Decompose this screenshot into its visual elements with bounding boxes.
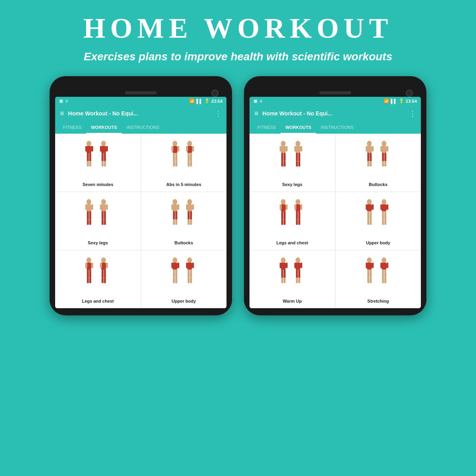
svg-rect-75 <box>106 263 108 268</box>
phone-1-appbar: ≡ Home Workout - No Equi... ⋮ <box>55 105 226 122</box>
figure-buttocks-1 <box>166 198 202 237</box>
workout-legs-chest-2[interactable]: Legs and chest <box>250 192 335 250</box>
svg-point-88 <box>187 257 192 263</box>
svg-rect-119 <box>370 161 372 167</box>
battery-icon: 🔋 <box>204 98 210 104</box>
svg-rect-134 <box>281 219 283 225</box>
svg-rect-27 <box>192 146 194 152</box>
figure-stretching <box>360 256 396 296</box>
svg-rect-182 <box>367 278 369 283</box>
svg-rect-14 <box>102 161 104 167</box>
phone-1-screen: ▣ # 📶 ▌▌ 🔋 23:54 ≡ Home Workout - No Equ… <box>55 97 226 308</box>
svg-rect-149 <box>370 211 372 220</box>
more-icon[interactable]: ⋮ <box>215 109 222 118</box>
hamburger-icon[interactable]: ≡ <box>60 109 64 118</box>
svg-rect-106 <box>294 146 296 152</box>
figure-upper-body-1 <box>166 256 202 296</box>
workout-name-sexy-legs-2: Sexy legs <box>282 182 302 187</box>
hamburger-icon-2[interactable]: ≡ <box>254 109 259 118</box>
svg-point-160 <box>281 257 286 263</box>
tab-fitness-2[interactable]: FITNESS <box>253 122 280 134</box>
svg-rect-47 <box>104 219 106 225</box>
svg-rect-151 <box>370 219 372 225</box>
svg-rect-102 <box>281 161 283 167</box>
svg-point-144 <box>367 199 372 205</box>
svg-point-136 <box>296 199 300 205</box>
svg-rect-83 <box>177 263 179 268</box>
svg-point-24 <box>187 141 192 146</box>
svg-rect-53 <box>175 211 177 220</box>
workout-upper-body-1[interactable]: Upper body <box>141 250 227 308</box>
svg-rect-130 <box>280 204 282 210</box>
svg-rect-74 <box>100 263 102 268</box>
svg-rect-165 <box>284 269 286 278</box>
tab-instructions-2[interactable]: INSTRUCTIONS <box>316 122 359 134</box>
svg-rect-139 <box>300 204 302 210</box>
svg-rect-78 <box>102 278 104 283</box>
figure-sexy-legs-1 <box>80 198 116 237</box>
svg-rect-142 <box>296 219 298 225</box>
svg-rect-19 <box>177 146 179 152</box>
workout-upper-body-2[interactable]: Upper body <box>336 192 421 250</box>
workout-name-buttocks-1: Buttocks <box>175 240 193 245</box>
phone-1-top-deco <box>55 83 226 95</box>
workout-buttocks-1[interactable]: Buttocks <box>141 192 227 250</box>
svg-rect-109 <box>298 153 300 161</box>
svg-rect-183 <box>370 278 372 283</box>
workout-name-abs: Abs in 5 minutes <box>166 182 201 187</box>
svg-rect-174 <box>296 278 298 283</box>
workout-name-buttocks-2: Buttocks <box>369 182 388 187</box>
svg-rect-60 <box>188 211 190 220</box>
workout-sexy-legs-2[interactable]: Sexy legs <box>250 134 335 192</box>
svg-rect-87 <box>175 278 177 283</box>
workout-warm-up[interactable]: Warm Up <box>250 250 335 308</box>
phone-1-camera <box>211 90 219 97</box>
more-icon-2[interactable]: ⋮ <box>409 109 416 118</box>
svg-rect-138 <box>294 204 296 210</box>
workout-sexy-legs-1[interactable]: Sexy legs <box>55 192 141 250</box>
svg-point-184 <box>382 257 386 263</box>
svg-rect-127 <box>384 161 386 167</box>
figure-upper-body-2 <box>360 198 396 237</box>
workout-abs[interactable]: Abs in 5 minutes <box>141 134 227 192</box>
signal-icon: ▌▌ <box>196 99 203 104</box>
svg-rect-26 <box>186 146 188 152</box>
phone-1-speaker <box>125 91 157 94</box>
svg-rect-36 <box>87 211 89 220</box>
phone-2-screen: ▣ # 📶 ▌▌ 🔋 23:54 ≡ Home Workout - No Equ… <box>250 97 421 308</box>
svg-rect-118 <box>367 161 369 167</box>
svg-rect-54 <box>173 219 175 225</box>
tab-fitness-1[interactable]: FITNESS <box>58 122 86 134</box>
workout-seven-minutes[interactable]: Seven minutes <box>55 134 141 192</box>
phone-2-camera <box>406 90 413 97</box>
svg-point-96 <box>281 141 286 146</box>
svg-rect-6 <box>87 161 89 167</box>
svg-rect-67 <box>91 263 93 268</box>
svg-rect-37 <box>89 211 91 220</box>
svg-rect-187 <box>386 263 388 268</box>
status-icon-1: ▣ <box>59 98 63 104</box>
tab-workouts-2[interactable]: WORKOUTS <box>280 122 316 134</box>
workout-stretching[interactable]: Stretching <box>336 250 421 308</box>
svg-rect-116 <box>367 153 369 161</box>
svg-rect-101 <box>284 153 286 161</box>
svg-rect-2 <box>85 146 87 152</box>
tab-instructions-1[interactable]: INSTRUCTIONS <box>122 122 164 134</box>
svg-rect-103 <box>284 161 286 167</box>
svg-point-16 <box>173 141 177 146</box>
workout-legs-chest-1[interactable]: Legs and chest <box>55 250 141 308</box>
tab-workouts-1[interactable]: WORKOUTS <box>86 122 121 134</box>
phones-container: ▣ # 📶 ▌▌ 🔋 23:54 ≡ Home Workout - No Equ… <box>50 76 426 315</box>
svg-rect-191 <box>384 278 386 283</box>
svg-rect-61 <box>190 211 192 220</box>
svg-rect-115 <box>372 146 374 152</box>
workout-buttocks-2[interactable]: Buttocks <box>336 134 421 192</box>
svg-rect-166 <box>281 278 283 283</box>
svg-rect-114 <box>366 146 368 152</box>
svg-rect-66 <box>85 263 87 268</box>
svg-rect-52 <box>173 211 175 220</box>
svg-rect-70 <box>87 278 89 283</box>
workout-name-upper-body-1: Upper body <box>172 299 196 303</box>
phone-2-tabs: FITNESS WORKOUTS INSTRUCTIONS <box>250 122 421 134</box>
svg-rect-92 <box>188 269 190 278</box>
